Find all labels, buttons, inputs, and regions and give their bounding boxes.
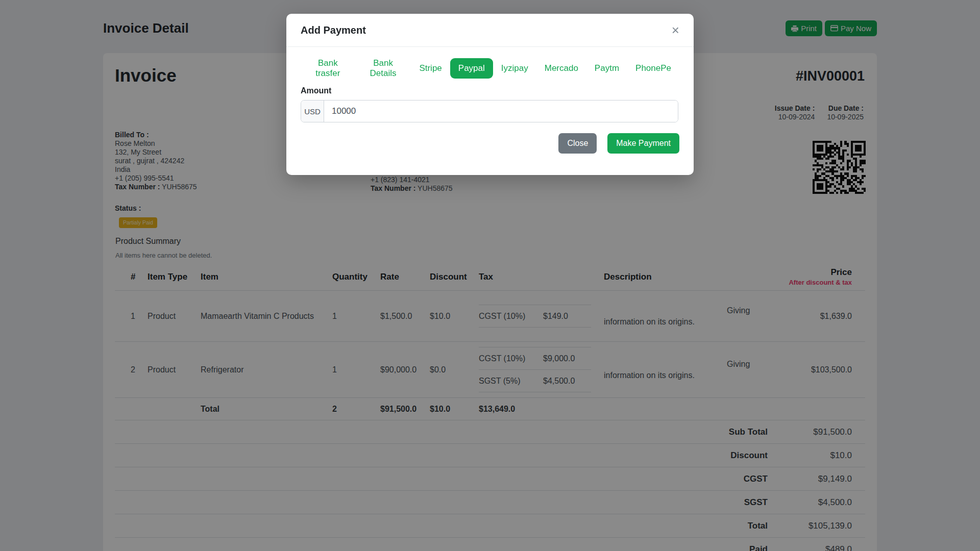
amount-input-group: USD xyxy=(301,100,678,122)
add-payment-modal: Add Payment × Bank trasfer Bank Details … xyxy=(286,14,694,175)
modal-footer: Close Make Payment xyxy=(301,133,679,154)
tab-stripe[interactable]: Stripe xyxy=(411,58,450,79)
amount-label: Amount xyxy=(301,86,679,95)
tab-phonepe[interactable]: PhonePe xyxy=(627,58,679,79)
close-button[interactable]: Close xyxy=(558,133,597,154)
tab-bank-details[interactable]: Bank Details xyxy=(355,58,411,79)
modal-header: Add Payment × xyxy=(286,14,694,47)
payment-method-tabs: Bank trasfer Bank Details Stripe Paypal … xyxy=(301,58,679,79)
amount-input[interactable] xyxy=(324,101,678,122)
tab-iyzipay[interactable]: Iyzipay xyxy=(493,58,536,79)
close-icon[interactable]: × xyxy=(672,23,679,37)
tab-paytm[interactable]: Paytm xyxy=(586,58,627,79)
tab-bank-trasfer[interactable]: Bank trasfer xyxy=(301,58,355,79)
modal-title: Add Payment xyxy=(301,24,366,36)
currency-prefix: USD xyxy=(301,101,324,122)
make-payment-button[interactable]: Make Payment xyxy=(607,133,679,154)
tab-paypal[interactable]: Paypal xyxy=(450,58,493,79)
tab-mercado[interactable]: Mercado xyxy=(536,58,586,79)
